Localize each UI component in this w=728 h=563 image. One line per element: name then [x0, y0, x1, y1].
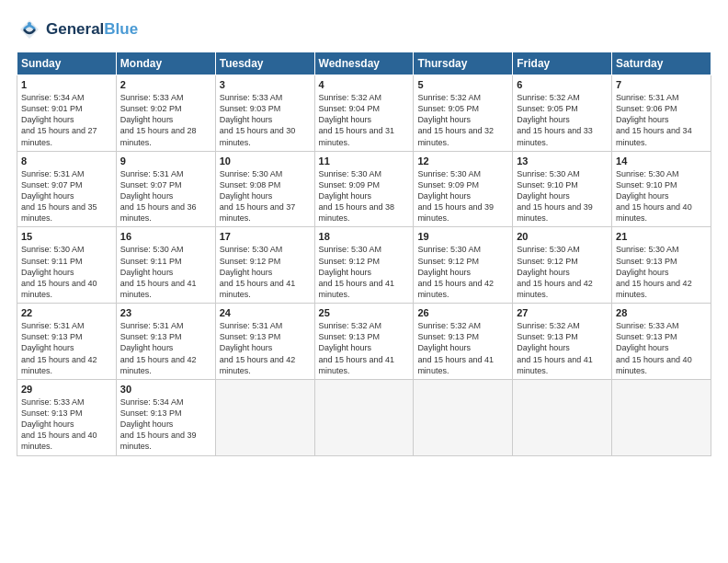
table-row: 23 Sunrise: 5:31 AMSunset: 9:13 PMDaylig…: [116, 304, 215, 380]
logo-icon: [17, 17, 42, 42]
logo-text: GeneralBlue: [46, 20, 138, 39]
table-row: 7 Sunrise: 5:31 AMSunset: 9:06 PMDayligh…: [612, 75, 711, 152]
table-row: 8 Sunrise: 5:31 AMSunset: 9:07 PMDayligh…: [17, 151, 117, 227]
table-row: 4 Sunrise: 5:32 AMSunset: 9:04 PMDayligh…: [314, 75, 414, 152]
table-row: 11 Sunrise: 5:30 AMSunset: 9:09 PMDaylig…: [314, 151, 414, 227]
table-row: 26 Sunrise: 5:32 AMSunset: 9:13 PMDaylig…: [414, 304, 513, 380]
table-row: 24 Sunrise: 5:31 AMSunset: 9:13 PMDaylig…: [215, 304, 314, 380]
col-friday: Friday: [513, 52, 612, 75]
header: GeneralBlue: [17, 17, 711, 42]
table-row: 9 Sunrise: 5:31 AMSunset: 9:07 PMDayligh…: [116, 151, 215, 227]
table-row: 12 Sunrise: 5:30 AMSunset: 9:09 PMDaylig…: [414, 151, 513, 227]
week-row: 22 Sunrise: 5:31 AMSunset: 9:13 PMDaylig…: [17, 304, 711, 380]
table-row: 17 Sunrise: 5:30 AMSunset: 9:12 PMDaylig…: [215, 227, 314, 304]
table-row: 5 Sunrise: 5:32 AMSunset: 9:05 PMDayligh…: [414, 75, 513, 152]
empty-cell: [513, 379, 612, 455]
empty-cell: [414, 379, 513, 455]
table-row: 1 Sunrise: 5:34 AMSunset: 9:01 PMDayligh…: [17, 75, 117, 152]
table-row: 3 Sunrise: 5:33 AMSunset: 9:03 PMDayligh…: [215, 75, 314, 152]
table-row: 18 Sunrise: 5:30 AMSunset: 9:12 PMDaylig…: [314, 227, 414, 304]
table-row: 20 Sunrise: 5:30 AMSunset: 9:12 PMDaylig…: [513, 227, 612, 304]
table-row: 29 Sunrise: 5:33 AMSunset: 9:13 PMDaylig…: [17, 379, 117, 455]
col-wednesday: Wednesday: [314, 52, 414, 75]
table-row: 22 Sunrise: 5:31 AMSunset: 9:13 PMDaylig…: [17, 304, 117, 380]
table-row: 30 Sunrise: 5:34 AMSunset: 9:13 PMDaylig…: [116, 379, 215, 455]
table-row: 19 Sunrise: 5:30 AMSunset: 9:12 PMDaylig…: [414, 227, 513, 304]
empty-cell: [612, 379, 711, 455]
table-row: 25 Sunrise: 5:32 AMSunset: 9:13 PMDaylig…: [314, 304, 414, 380]
table-row: 10 Sunrise: 5:30 AMSunset: 9:08 PMDaylig…: [215, 151, 314, 227]
week-row: 15 Sunrise: 5:30 AMSunset: 9:11 PMDaylig…: [17, 227, 711, 304]
table-row: 13 Sunrise: 5:30 AMSunset: 9:10 PMDaylig…: [513, 151, 612, 227]
table-row: 2 Sunrise: 5:33 AMSunset: 9:02 PMDayligh…: [116, 75, 215, 152]
table-row: 28 Sunrise: 5:33 AMSunset: 9:13 PMDaylig…: [612, 304, 711, 380]
col-tuesday: Tuesday: [215, 52, 314, 75]
week-row: 8 Sunrise: 5:31 AMSunset: 9:07 PMDayligh…: [17, 151, 711, 227]
table-row: 27 Sunrise: 5:32 AMSunset: 9:13 PMDaylig…: [513, 304, 612, 380]
weekday-header-row: Sunday Monday Tuesday Wednesday Thursday…: [17, 52, 711, 75]
table-row: 6 Sunrise: 5:32 AMSunset: 9:05 PMDayligh…: [513, 75, 612, 152]
col-monday: Monday: [116, 52, 215, 75]
svg-point-2: [28, 22, 31, 26]
week-row: 29 Sunrise: 5:33 AMSunset: 9:13 PMDaylig…: [17, 379, 711, 455]
empty-cell: [314, 379, 414, 455]
week-row: 1 Sunrise: 5:34 AMSunset: 9:01 PMDayligh…: [17, 75, 711, 152]
table-row: 21 Sunrise: 5:30 AMSunset: 9:13 PMDaylig…: [612, 227, 711, 304]
logo: GeneralBlue: [17, 17, 138, 42]
table-row: 16 Sunrise: 5:30 AMSunset: 9:11 PMDaylig…: [116, 227, 215, 304]
col-thursday: Thursday: [414, 52, 513, 75]
table-row: 15 Sunrise: 5:30 AMSunset: 9:11 PMDaylig…: [17, 227, 117, 304]
calendar-table: Sunday Monday Tuesday Wednesday Thursday…: [17, 52, 711, 456]
table-row: 14 Sunrise: 5:30 AMSunset: 9:10 PMDaylig…: [612, 151, 711, 227]
calendar-page: GeneralBlue Sunday Monday Tuesday Wednes…: [0, 0, 728, 563]
empty-cell: [215, 379, 314, 455]
col-sunday: Sunday: [17, 52, 117, 75]
col-saturday: Saturday: [612, 52, 711, 75]
